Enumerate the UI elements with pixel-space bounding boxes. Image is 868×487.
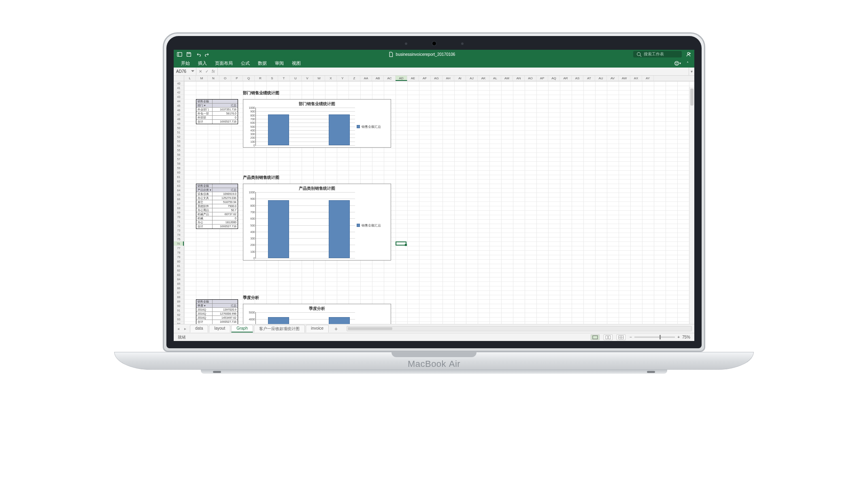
tab-nav-prev[interactable]: ▸ (183, 326, 187, 331)
search-box[interactable]: 搜索工作表 (633, 51, 682, 57)
zoom-control[interactable]: − + 75% (630, 335, 690, 339)
view-normal-button[interactable] (591, 335, 600, 340)
row-header[interactable]: 84 (174, 277, 184, 282)
row-header[interactable]: 63 (174, 184, 184, 188)
formula-input[interactable] (218, 68, 689, 75)
row-header[interactable]: 52 (174, 135, 184, 139)
save-icon[interactable] (186, 52, 191, 57)
sidebar-icon[interactable] (177, 52, 182, 57)
row-header[interactable]: 62 (174, 179, 184, 184)
row-header[interactable]: 85 (174, 282, 184, 286)
zoom-level[interactable]: 75% (682, 335, 690, 339)
add-sheet-button[interactable]: + (331, 326, 341, 332)
row-header[interactable]: 71 (174, 219, 184, 224)
chart[interactable]: 部门销售业绩统计图0100200300400500600700800900100… (243, 99, 391, 148)
row-header[interactable]: 77 (174, 246, 184, 250)
column-header[interactable]: L (184, 76, 196, 81)
column-header[interactable]: Q (243, 76, 255, 81)
expand-formula-bar[interactable]: ▾ (689, 68, 694, 75)
share-icon[interactable] (686, 52, 691, 57)
ribbon-tab-3[interactable]: 公式 (237, 59, 254, 68)
column-header[interactable]: AL (489, 76, 501, 81)
selected-cell[interactable] (396, 241, 406, 246)
zoom-slider[interactable] (634, 337, 675, 338)
accept-formula-icon[interactable]: ✓ (205, 69, 208, 74)
column-header[interactable]: AG (431, 76, 443, 81)
row-header[interactable]: 89 (174, 299, 184, 304)
chart[interactable]: 季度分析010002000300040005000销售金额汇总 (243, 304, 391, 324)
row-header[interactable]: 55 (174, 148, 184, 152)
row-header[interactable]: 43 (174, 95, 184, 99)
row-header[interactable]: 67 (174, 201, 184, 206)
ribbon-tab-1[interactable]: 插入 (194, 59, 211, 68)
column-header[interactable]: N (208, 76, 219, 81)
zoom-out-button[interactable]: − (630, 335, 632, 339)
row-header[interactable]: 90 (174, 304, 184, 308)
row-header[interactable]: 76 (174, 241, 184, 246)
row-header[interactable]: 40 (174, 81, 184, 86)
ribbon-tab-0[interactable]: 开始 (177, 59, 194, 68)
column-header[interactable]: AP (536, 76, 548, 81)
row-header[interactable]: 49 (174, 121, 184, 126)
column-header[interactable]: O (219, 76, 231, 81)
row-header[interactable]: 64 (174, 188, 184, 193)
column-header[interactable]: AE (407, 76, 419, 81)
row-header[interactable]: 69 (174, 210, 184, 215)
column-header[interactable]: T (278, 76, 290, 81)
sheet-tab[interactable]: data (190, 325, 208, 332)
sheet-tab[interactable]: invoice (306, 325, 329, 332)
column-header[interactable]: X (325, 76, 337, 81)
row-header[interactable]: 48 (174, 117, 184, 121)
collapse-ribbon-icon[interactable]: ˄ (684, 59, 691, 68)
row-header[interactable]: 91 (174, 308, 184, 313)
row-header[interactable]: 81 (174, 264, 184, 268)
row-header[interactable]: 60 (174, 170, 184, 175)
column-header[interactable]: AJ (466, 76, 478, 81)
view-page-layout-button[interactable] (604, 335, 613, 340)
row-headers[interactable]: 4041424344454647484950515253545556575859… (174, 81, 184, 324)
row-header[interactable]: 87 (174, 290, 184, 295)
row-header[interactable]: 79 (174, 255, 184, 259)
row-header[interactable]: 92 (174, 313, 184, 317)
redo-icon[interactable] (205, 52, 210, 57)
column-header[interactable]: S (266, 76, 278, 81)
column-header[interactable]: AO (525, 76, 536, 81)
row-header[interactable]: 65 (174, 193, 184, 197)
row-header[interactable]: 54 (174, 144, 184, 148)
row-header[interactable]: 80 (174, 259, 184, 264)
smiley-icon[interactable]: ▾ (672, 59, 683, 68)
row-header[interactable]: 61 (174, 175, 184, 179)
column-header[interactable]: AK (478, 76, 489, 81)
row-header[interactable]: 46 (174, 108, 184, 112)
row-header[interactable]: 59 (174, 166, 184, 170)
ribbon-tab-6[interactable]: 视图 (288, 59, 305, 68)
row-header[interactable]: 68 (174, 206, 184, 210)
row-header[interactable]: 73 (174, 228, 184, 233)
column-header[interactable]: U (290, 76, 302, 81)
column-header[interactable]: AU (595, 76, 607, 81)
column-header[interactable]: AW (619, 76, 630, 81)
row-header[interactable]: 45 (174, 104, 184, 108)
column-header[interactable]: AH (443, 76, 454, 81)
row-header[interactable]: 93 (174, 317, 184, 322)
row-header[interactable]: 72 (174, 224, 184, 228)
column-header[interactable]: AI (454, 76, 466, 81)
row-header[interactable]: 58 (174, 161, 184, 166)
row-header[interactable]: 86 (174, 286, 184, 290)
fx-icon[interactable]: fx (212, 69, 215, 74)
column-header[interactable]: V (302, 76, 313, 81)
row-header[interactable]: 57 (174, 157, 184, 161)
scrollbar-thumb[interactable] (348, 327, 392, 330)
row-header[interactable]: 41 (174, 86, 184, 90)
undo-icon[interactable] (196, 52, 201, 57)
column-header[interactable]: Y (337, 76, 349, 81)
row-header[interactable]: 82 (174, 268, 184, 273)
scrollbar-thumb[interactable] (690, 89, 694, 106)
row-header[interactable]: 74 (174, 233, 184, 237)
chart[interactable]: 产品类别销售统计图0100200300400500600700800900100… (243, 184, 391, 260)
vertical-scrollbar[interactable] (689, 87, 694, 324)
cell-grid[interactable]: 部门销售业绩统计图产品类别销售统计图季度分析销售金额部门 ▾汇总外业部门1637… (184, 81, 694, 324)
sheet-tab[interactable]: layout (209, 325, 230, 332)
column-header[interactable]: AY (642, 76, 654, 81)
column-header[interactable]: AN (513, 76, 525, 81)
